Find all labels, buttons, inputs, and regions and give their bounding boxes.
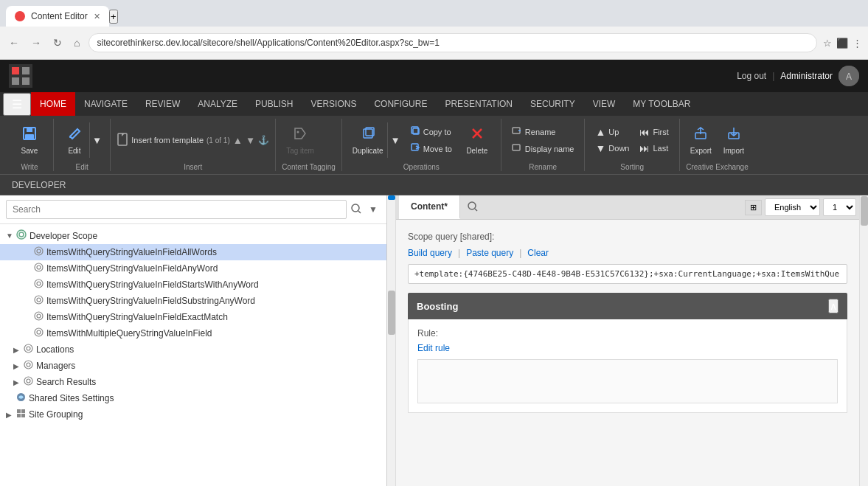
address-bar[interactable] bbox=[88, 33, 817, 52]
display-name-button[interactable]: Display name bbox=[507, 141, 579, 156]
add-tab-button[interactable]: + bbox=[109, 10, 118, 24]
developer-tab[interactable]: DEVELOPER bbox=[0, 175, 868, 195]
svg-rect-2 bbox=[12, 67, 19, 74]
build-query-button[interactable]: Build query bbox=[408, 248, 452, 258]
menu-versions[interactable]: VERSIONS bbox=[302, 92, 365, 116]
logout-button[interactable]: Log out bbox=[737, 71, 766, 81]
tree-item-3[interactable]: ItemsWithQueryStringValueInFieldSubstrin… bbox=[0, 293, 386, 309]
import-button[interactable]: Import bbox=[719, 122, 749, 158]
last-label: Last bbox=[653, 144, 668, 153]
save-button[interactable]: Save bbox=[12, 122, 47, 158]
menu-review[interactable]: REVIEW bbox=[136, 92, 189, 116]
extensions-icon[interactable]: ⬛ bbox=[836, 38, 848, 49]
menu-home[interactable]: HOME bbox=[31, 92, 75, 116]
last-button[interactable]: ⏭ Last bbox=[635, 141, 673, 156]
menu-security[interactable]: SECURITY bbox=[521, 92, 584, 116]
tree-item-0[interactable]: ItemsWithQueryStringValueInFieldAllWords bbox=[0, 244, 386, 260]
search-input[interactable] bbox=[6, 200, 347, 219]
edit-button[interactable]: Edit bbox=[60, 122, 89, 158]
insert-up-arrow[interactable]: ▲ bbox=[233, 135, 243, 146]
left-scrollbar[interactable] bbox=[387, 195, 396, 486]
edit-dropdown-arrow[interactable]: ▼ bbox=[89, 122, 104, 158]
item3-label: ItemsWithQueryStringValueInFieldSubstrin… bbox=[46, 296, 255, 306]
tree-item-site-grouping[interactable]: ▶ Site Grouping bbox=[0, 406, 386, 423]
forward-button[interactable]: → bbox=[28, 34, 44, 52]
left-scroll-top-indicator bbox=[388, 195, 395, 200]
tree-root[interactable]: ▼ Developer Scope bbox=[0, 227, 386, 244]
tree-item-1[interactable]: ItemsWithQueryStringValueInFieldAnyWord bbox=[0, 260, 386, 277]
search-button[interactable] bbox=[351, 204, 361, 216]
move-to-button[interactable]: Move to bbox=[406, 141, 456, 156]
tree-item-locations[interactable]: ▶ Locations bbox=[0, 341, 386, 358]
menu-icon[interactable]: ⋮ bbox=[853, 38, 862, 49]
menu-publish[interactable]: PUBLISH bbox=[246, 92, 302, 116]
copy-to-button[interactable]: Copy to bbox=[406, 124, 456, 139]
menu-view[interactable]: VIEW bbox=[584, 92, 625, 116]
operations-group-label: Operations bbox=[348, 162, 495, 171]
toolbar-group-write: Save Write bbox=[6, 119, 54, 171]
save-icon bbox=[21, 125, 38, 145]
duplicate-dropdown-arrow[interactable]: ▼ bbox=[387, 122, 402, 158]
header-right: Log out | Administrator A bbox=[737, 66, 859, 86]
back-button[interactable]: ← bbox=[6, 34, 22, 52]
right-scroll-thumb[interactable] bbox=[861, 196, 868, 226]
tree-item-2[interactable]: ItemsWithQueryStringValueInFieldStartsWi… bbox=[0, 277, 386, 293]
layout-selector-button[interactable]: ⊞ bbox=[745, 200, 762, 215]
svg-point-41 bbox=[27, 347, 30, 350]
tree-item-5[interactable]: ItemsWithMultipleQueryStringValueInField bbox=[0, 325, 386, 341]
display-name-label: Display name bbox=[525, 145, 574, 153]
tree-item-4[interactable]: ItemsWithQueryStringValueInFieldExactMat… bbox=[0, 309, 386, 325]
down-button[interactable]: ▼ Down bbox=[591, 141, 633, 156]
tag-item-button[interactable]: Tag item bbox=[282, 122, 319, 158]
tree-item-shared-sites[interactable]: Shared Sites Settings bbox=[0, 390, 386, 406]
toolbar-group-insert: Insert from template (1 of 1) ▲ ▼ ⚓ Inse… bbox=[111, 119, 276, 171]
language-selector[interactable]: English bbox=[765, 198, 820, 216]
tab-title: Content Editor bbox=[31, 11, 88, 21]
browser-tab[interactable]: Content Editor ✕ bbox=[6, 6, 109, 27]
edit-icon bbox=[66, 125, 83, 145]
up-button[interactable]: ▲ Up bbox=[591, 125, 633, 139]
app-logo bbox=[9, 64, 32, 88]
clear-button[interactable]: Clear bbox=[527, 248, 549, 258]
hamburger-button[interactable]: ☰ bbox=[3, 93, 31, 116]
insert-down-arrow[interactable]: ▼ bbox=[246, 135, 255, 146]
refresh-button[interactable]: ↻ bbox=[50, 34, 65, 52]
menu-presentation[interactable]: PRESENTATION bbox=[436, 92, 521, 116]
version-selector[interactable]: 1 bbox=[823, 198, 856, 216]
svg-text:A: A bbox=[846, 72, 852, 82]
delete-label: Delete bbox=[466, 147, 487, 155]
menu-analyze[interactable]: ANALYZE bbox=[189, 92, 246, 116]
tree-dropdown-button[interactable]: ▼ bbox=[366, 201, 381, 218]
tab-content[interactable]: Content* bbox=[399, 195, 460, 219]
svg-point-24 bbox=[352, 204, 359, 212]
delete-button[interactable]: Delete bbox=[459, 122, 495, 158]
tab-search-icon[interactable] bbox=[460, 197, 485, 218]
right-scrollbar[interactable] bbox=[859, 195, 868, 486]
query-field[interactable] bbox=[408, 264, 847, 284]
close-tab-icon[interactable]: ✕ bbox=[94, 12, 100, 21]
first-button[interactable]: ⏮ First bbox=[635, 125, 673, 139]
home-button[interactable]: ⌂ bbox=[71, 34, 83, 52]
tree-item-search-results[interactable]: ▶ Search Results bbox=[0, 374, 386, 390]
menu-configure[interactable]: CONFIGURE bbox=[365, 92, 436, 116]
edit-rule-button[interactable]: Edit rule bbox=[417, 343, 450, 353]
bookmark-icon[interactable]: ☆ bbox=[823, 38, 832, 49]
root-label: Developer Scope bbox=[29, 231, 97, 241]
menu-my-toolbar[interactable]: MY TOOLBAR bbox=[624, 92, 699, 116]
boosting-collapse-button[interactable]: ∧ bbox=[828, 299, 839, 313]
tree-item-managers[interactable]: ▶ Managers bbox=[0, 358, 386, 374]
duplicate-label: Duplicate bbox=[353, 147, 383, 155]
site-grouping-expand-arrow: ▶ bbox=[6, 411, 16, 419]
boosting-header: Boosting ∧ bbox=[408, 293, 847, 319]
export-button[interactable]: Export bbox=[686, 122, 716, 158]
insert-anchor-icon: ⚓ bbox=[258, 135, 269, 145]
paste-query-button[interactable]: Paste query bbox=[466, 248, 513, 258]
duplicate-button[interactable]: Duplicate bbox=[348, 122, 388, 158]
boosting-body: Rule: Edit rule bbox=[408, 319, 847, 413]
scope-query-actions: Build query | Paste query | Clear bbox=[408, 248, 847, 258]
avatar: A bbox=[839, 66, 859, 86]
svg-rect-21 bbox=[513, 145, 520, 150]
rename-button[interactable]: Rename bbox=[507, 124, 579, 139]
left-scroll-thumb[interactable] bbox=[388, 291, 395, 335]
menu-navigate[interactable]: NAVIGATE bbox=[75, 92, 136, 116]
